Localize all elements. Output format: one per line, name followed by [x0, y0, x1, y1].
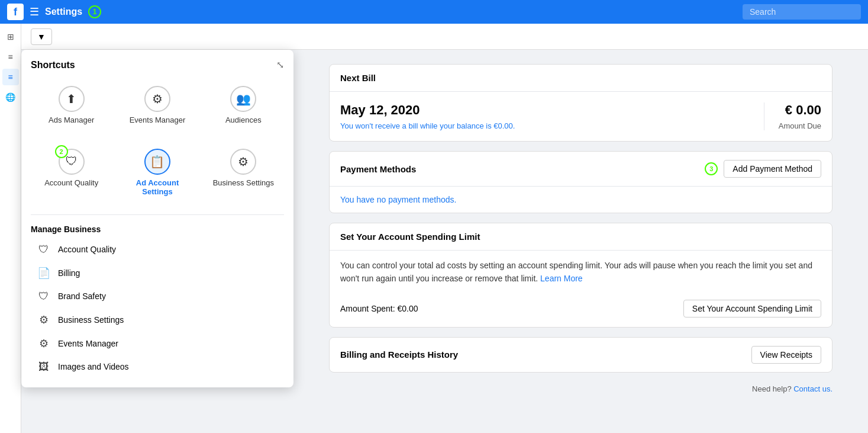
menu-item-events-manager[interactable]: ⚙ Events Manager	[31, 332, 284, 355]
business-settings-icon: ⚙	[238, 155, 249, 169]
amount-spent-label: Amount Spent:	[340, 304, 395, 313]
shortcut-events-manager[interactable]: ⚙ Events Manager	[117, 80, 198, 131]
shortcut-audiences[interactable]: 👥 Audiences	[203, 80, 284, 131]
strip-active-icon[interactable]: ≡	[2, 69, 19, 85]
strip-globe-icon[interactable]: 🌐	[2, 89, 19, 105]
step-badge-3: 3	[705, 162, 718, 175]
account-quality-menu-label: Account Quality	[58, 245, 116, 254]
ads-manager-label: Ads Manager	[49, 116, 94, 125]
next-bill-header: Next Bill	[330, 65, 832, 92]
topbar: f ☰ Settings 1	[0, 0, 868, 24]
spending-limit-header: Set Your Account Spending Limit	[330, 223, 832, 251]
audiences-label: Audiences	[225, 116, 262, 125]
spending-footer: Amount Spent: €0.00 Set Your Account Spe…	[330, 294, 832, 327]
dropdown-bar: ▼	[21, 24, 868, 50]
divider-1	[31, 214, 284, 215]
contact-us-link[interactable]: Contact us.	[793, 384, 832, 393]
events-manager-menu-icon: ⚙	[37, 337, 51, 350]
billing-menu-icon: 📄	[37, 267, 51, 280]
next-bill-content: May 12, 2020 You won't receive a bill wh…	[340, 102, 821, 130]
business-settings-icon-wrap: ⚙	[230, 149, 256, 175]
images-videos-menu-label: Images and Videos	[58, 362, 129, 371]
manage-business-list: 🛡 Account Quality 📄 Billing 🛡 Brand Safe…	[31, 239, 284, 378]
spending-limit-card: Set Your Account Spending Limit You can …	[329, 223, 832, 328]
shortcuts-resize-icon[interactable]: ⤡	[276, 59, 284, 70]
fb-logo: f	[7, 4, 24, 20]
events-manager-label: Events Manager	[130, 116, 186, 125]
payment-title: Payment Methods	[340, 164, 416, 174]
next-bill-card: Next Bill May 12, 2020 You won't receive…	[329, 64, 832, 142]
brand-safety-menu-label: Brand Safety	[58, 291, 106, 301]
view-receipts-button[interactable]: View Receipts	[751, 346, 821, 364]
shortcuts-row-2: 🛡 2 Account Quality 📋 Ad Account Setting…	[31, 143, 284, 203]
amount-spent-value: €0.00	[398, 304, 418, 313]
payment-methods-header-inner: Payment Methods 3 Add Payment Method	[340, 160, 821, 178]
dropdown-button[interactable]: ▼	[31, 28, 52, 45]
shortcut-business-settings[interactable]: ⚙ Business Settings	[203, 143, 284, 203]
learn-more-link[interactable]: Learn More	[540, 274, 583, 283]
brand-safety-menu-icon: 🛡	[37, 290, 51, 303]
spending-limit-desc: You can control your total ad costs by s…	[330, 251, 832, 294]
bill-date-section: May 12, 2020 You won't receive a bill wh…	[340, 102, 750, 130]
set-spending-limit-button[interactable]: Set Your Account Spending Limit	[683, 300, 821, 317]
shortcuts-panel: Shortcuts ⤡ ⬆ Ads Manager ⚙ Events Manag…	[21, 50, 293, 387]
next-bill-body: May 12, 2020 You won't receive a bill wh…	[330, 92, 832, 141]
shortcut-ad-account-settings[interactable]: 📋 Ad Account Settings	[117, 143, 198, 203]
events-manager-menu-label: Events Manager	[58, 339, 118, 348]
account-quality-label: Account Quality	[44, 178, 98, 188]
menu-item-account-quality[interactable]: 🛡 Account Quality	[31, 239, 284, 261]
topbar-title: Settings	[45, 7, 82, 17]
left-strip: ⊞ ≡ ≡ 🌐	[0, 24, 21, 433]
ads-manager-icon-wrap: ⬆	[59, 86, 85, 112]
topbar-badge-1: 1	[88, 5, 101, 18]
account-quality-icon-wrap: 🛡 2	[59, 149, 85, 175]
need-help-text: Need help?	[752, 384, 792, 393]
amount-due-label: Amount Due	[779, 121, 821, 130]
shortcut-account-quality[interactable]: 🛡 2 Account Quality	[31, 143, 112, 203]
ad-account-settings-icon-wrap: 📋	[144, 149, 170, 175]
account-quality-icon: 🛡	[66, 155, 78, 168]
billing-menu-label: Billing	[58, 268, 80, 278]
step-badge-2: 2	[55, 145, 68, 158]
search-input[interactable]	[743, 4, 861, 20]
menu-item-images-videos[interactable]: 🖼 Images and Videos	[31, 356, 284, 378]
no-payment-text: You have no payment methods.	[330, 187, 832, 213]
account-quality-menu-icon: 🛡	[37, 243, 51, 256]
strip-grid-icon[interactable]: ⊞	[2, 28, 19, 45]
bill-divider	[764, 102, 764, 130]
shortcuts-row-1: ⬆ Ads Manager ⚙ Events Manager 👥 Audienc…	[31, 80, 284, 131]
manage-business-title: Manage Business	[31, 220, 284, 239]
events-manager-icon-wrap: ⚙	[144, 86, 170, 112]
images-videos-menu-icon: 🖼	[37, 361, 51, 373]
payment-methods-header: Payment Methods 3 Add Payment Method	[330, 152, 832, 187]
strip-menu-icon[interactable]: ≡	[2, 49, 19, 65]
content-area: Next Bill May 12, 2020 You won't receive…	[293, 50, 868, 433]
add-payment-button[interactable]: Add Payment Method	[724, 160, 821, 178]
audiences-icon-wrap: 👥	[230, 86, 256, 112]
bill-date: May 12, 2020	[340, 102, 735, 118]
hamburger-icon[interactable]: ☰	[30, 5, 39, 18]
shortcuts-title: Shortcuts	[31, 60, 75, 70]
main-wrapper: ▼ Shortcuts ⤡ ⬆ Ads Manager ⚙ Events Man…	[21, 24, 868, 433]
bill-amount-section: € 0.00 Amount Due	[779, 102, 821, 130]
payment-methods-card: Payment Methods 3 Add Payment Method You…	[329, 151, 832, 213]
add-payment-area: 3 Add Payment Method	[705, 160, 821, 178]
billing-history-header: Billing and Receipts History View Receip…	[330, 338, 832, 372]
bill-note: You won't receive a bill while your bala…	[340, 121, 735, 130]
menu-item-business-settings[interactable]: ⚙ Business Settings	[31, 309, 284, 331]
ad-account-settings-icon: 📋	[150, 155, 164, 169]
business-settings-menu-icon: ⚙	[37, 313, 51, 326]
shortcut-ads-manager[interactable]: ⬆ Ads Manager	[31, 80, 112, 131]
events-manager-icon: ⚙	[152, 92, 163, 106]
amount-spent-text: Amount Spent: €0.00	[340, 304, 418, 313]
need-help-bar: Need help? Contact us.	[329, 382, 832, 396]
audiences-icon: 👥	[236, 92, 251, 106]
billing-history-title: Billing and Receipts History	[340, 349, 458, 360]
ad-account-settings-label: Ad Account Settings	[126, 178, 188, 197]
menu-item-brand-safety[interactable]: 🛡 Brand Safety	[31, 286, 284, 307]
bill-amount: € 0.00	[779, 102, 821, 118]
ads-manager-icon: ⬆	[66, 92, 76, 106]
menu-item-billing[interactable]: 📄 Billing	[31, 262, 284, 284]
business-settings-label: Business Settings	[213, 178, 274, 188]
billing-history-card: Billing and Receipts History View Receip…	[329, 337, 832, 373]
